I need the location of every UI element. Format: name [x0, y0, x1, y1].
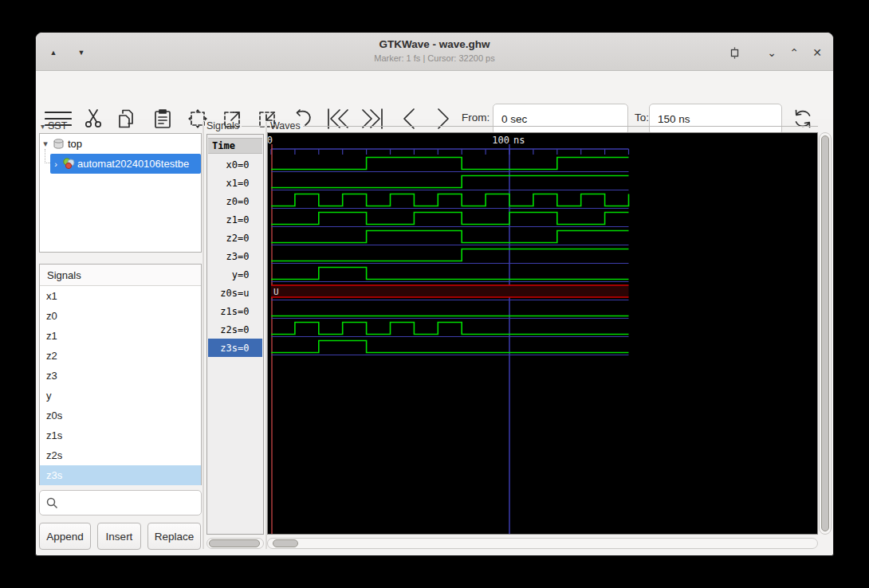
waves-frame-label: Waves — [270, 120, 818, 131]
wave-row-z3s[interactable] — [271, 341, 629, 355]
process-icon — [62, 158, 75, 170]
insert-button[interactable]: Insert — [97, 523, 141, 550]
close-icon: ✕ — [812, 47, 822, 58]
wave-row-x1[interactable] — [271, 176, 629, 190]
signal-value-row-z0s[interactable]: z0s =u — [208, 284, 262, 302]
ruler-label: 0 — [268, 135, 273, 146]
sst-frame[interactable]: ▾ SST — [41, 120, 200, 131]
signal-list-item-z3[interactable]: z3 — [40, 366, 201, 386]
scrollbar-thumb[interactable] — [273, 539, 298, 547]
window-title: GTKWave - wave.ghw — [36, 38, 833, 50]
signal-value-row-z1s[interactable]: z1s =0 — [208, 302, 262, 320]
scope-cylinder-icon — [53, 138, 65, 150]
sst-label: SST — [48, 120, 67, 131]
ruler-unit: ns — [513, 135, 525, 146]
tree-item-top[interactable]: ▾ top — [40, 134, 201, 154]
signal-search-box[interactable] — [39, 490, 202, 515]
signal-values-panel[interactable]: Time x0 =0x1 =0z0 =0z1 =0z2 =0z3 =0y =0z… — [206, 134, 264, 535]
signal-list-item-z0[interactable]: z0 — [40, 306, 201, 326]
signal-value-row-z2s[interactable]: z2s =0 — [208, 320, 262, 339]
signal-list-item-z0s[interactable]: z0s — [40, 406, 201, 425]
signal-list-item-z1[interactable]: z1 — [40, 326, 201, 346]
signal-value-row-z1[interactable]: z1 =0 — [208, 210, 262, 229]
sst-tree[interactable]: ▾ top › automat20240106testbe — [39, 133, 202, 253]
replace-button[interactable]: Replace — [147, 523, 201, 550]
gtkwave-window: ▲ ▼ GTKWave - wave.ghw Marker: 1 fs | Cu… — [35, 32, 834, 556]
titlebar[interactable]: ▲ ▼ GTKWave - wave.ghw Marker: 1 fs | Cu… — [36, 33, 833, 71]
wave-row-z0[interactable] — [271, 194, 629, 209]
toolbar: From: To: — [36, 72, 833, 119]
marker-cursor-status: Marker: 1 fs | Cursor: 32200 ps — [36, 53, 833, 63]
signal-value-row-z2[interactable]: z2 =0 — [208, 229, 262, 247]
chevron-down-icon: ⌄ — [767, 47, 777, 58]
tree-item-label: top — [68, 138, 82, 150]
sst-expander-icon[interactable]: ▾ — [41, 122, 45, 131]
wave-row-y[interactable] — [271, 268, 629, 282]
signal-value-row-x1[interactable]: x1 =0 — [208, 174, 262, 192]
shade-button[interactable]: ⌄ — [762, 44, 781, 61]
signal-value-row-z3s[interactable]: z3s =0 — [208, 339, 262, 357]
signal-list-item-y[interactable]: y — [40, 386, 201, 406]
wave-row-z2s[interactable] — [271, 323, 629, 337]
maximize-button[interactable] — [725, 44, 744, 61]
signal-list-item-x1[interactable]: x1 — [40, 286, 201, 306]
search-icon — [46, 497, 58, 509]
wave-row-z0s[interactable]: U — [271, 285, 629, 300]
time-header[interactable]: Time — [208, 138, 262, 154]
signals-frame-label: Signals — [206, 120, 264, 131]
expander-closed-icon[interactable]: › — [50, 159, 61, 169]
waves-vscrollbar[interactable] — [819, 132, 832, 535]
signal-value-row-y[interactable]: y =0 — [208, 265, 262, 284]
append-button[interactable]: Append — [39, 523, 91, 550]
signal-value-row-x0[interactable]: x0 =0 — [208, 155, 262, 174]
scrollbar-thumb[interactable] — [209, 539, 260, 547]
signal-list-item-z2[interactable]: z2 — [40, 346, 201, 366]
signal-list-item-z2s[interactable]: z2s — [40, 445, 201, 465]
signal-list-item-z3s[interactable]: z3s — [40, 465, 201, 485]
expander-open-icon[interactable]: ▾ — [40, 139, 51, 149]
wave-row-z3[interactable] — [271, 249, 629, 264]
wave-row-x0[interactable] — [271, 158, 629, 172]
waveform-canvas[interactable]: 0100nsU — [267, 132, 818, 535]
maximize-icon — [729, 47, 741, 59]
tree-connector — [45, 149, 50, 163]
signals-hscrollbar[interactable] — [206, 538, 264, 549]
close-button[interactable]: ✕ — [808, 44, 827, 61]
signal-list-item-z1s[interactable]: z1s — [40, 425, 201, 445]
wave-row-z1[interactable] — [271, 213, 629, 227]
tree-item-label: automat20240106testbe — [77, 158, 189, 170]
chevron-up-icon: ⌃ — [789, 47, 799, 58]
signal-list-header: Signals — [40, 265, 201, 286]
ruler-label: 100 — [492, 135, 509, 146]
unshade-button[interactable]: ⌃ — [784, 44, 804, 61]
svg-text:U: U — [273, 287, 279, 297]
scrollbar-thumb[interactable] — [821, 135, 829, 531]
waves-hscrollbar[interactable] — [267, 538, 818, 549]
tree-item-automat[interactable]: › automat20240106testbe — [40, 154, 201, 174]
wave-row-z2[interactable] — [271, 231, 629, 245]
pane-splitter-left[interactable] — [203, 122, 204, 549]
signal-search-list[interactable]: Signals x1z0z1z2z3yz0sz1sz2sz3s — [39, 264, 202, 485]
signal-value-row-z0[interactable]: z0 =0 — [208, 192, 262, 210]
wave-row-z1s[interactable] — [271, 316, 629, 319]
signal-value-row-z3[interactable]: z3 =0 — [208, 247, 262, 265]
